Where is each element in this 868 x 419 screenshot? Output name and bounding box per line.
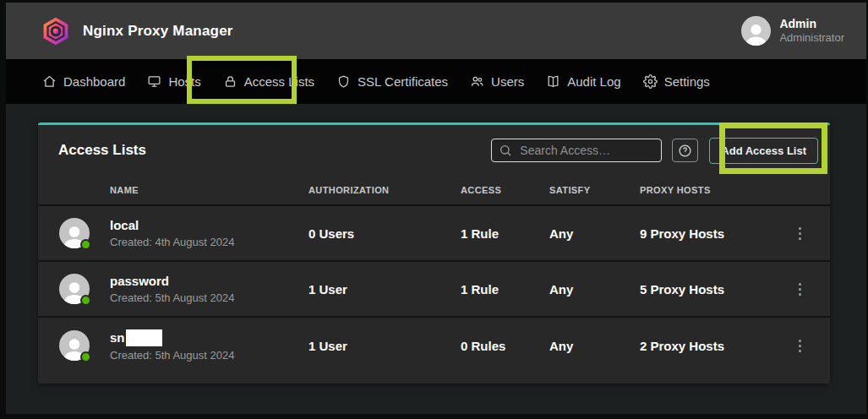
shield-icon	[336, 74, 351, 89]
users-icon	[470, 74, 484, 89]
created-date: Created: 5th August 2024	[110, 349, 308, 362]
nav-item-ssl-certificates[interactable]: SSL Certificates	[336, 74, 448, 89]
access-cell: 0 Rules	[461, 339, 549, 353]
proxy-hosts-cell: 9 Proxy Hosts	[640, 226, 789, 241]
user-menu[interactable]: Admin Administrator	[741, 16, 844, 46]
nav-item-hosts[interactable]: Hosts	[147, 74, 200, 89]
table-row[interactable]: sn Created: 5th August 2024 1 User 0 Rul…	[38, 318, 830, 373]
access-list-name: local	[110, 218, 308, 233]
user-avatar	[741, 16, 771, 46]
screen: Nginx Proxy Manager Admin Administrator …	[0, 0, 868, 419]
nav-item-audit-log[interactable]: Audit Log	[546, 74, 620, 89]
satisfy-cell: Any	[549, 226, 640, 241]
row-actions-menu-icon[interactable]	[789, 334, 810, 357]
authorization-cell: 0 Users	[308, 226, 461, 241]
panel-header: Access Lists Add Access List	[38, 125, 830, 176]
nav-item-settings[interactable]: Settings	[643, 74, 710, 89]
nav-label: Hosts	[168, 74, 200, 89]
home-icon	[42, 74, 57, 89]
nav-label: SSL Certificates	[358, 74, 448, 89]
authorization-cell: 1 User	[308, 339, 461, 353]
app-header: Nginx Proxy Manager Admin Administrator	[6, 3, 866, 59]
table-row[interactable]: password Created: 5th August 2024 1 User…	[38, 262, 830, 318]
app-window: Nginx Proxy Manager Admin Administrator …	[6, 3, 866, 414]
app-logo-icon	[41, 16, 71, 46]
nav-label: Settings	[664, 74, 710, 89]
online-status-dot	[80, 351, 91, 362]
help-icon	[678, 144, 692, 158]
nav-label: Users	[491, 74, 524, 89]
access-list-name: sn	[110, 330, 125, 346]
satisfy-cell: Any	[549, 282, 640, 297]
search-input[interactable]	[491, 139, 662, 162]
add-access-list-button[interactable]: Add Access List	[709, 138, 818, 164]
nav-item-dashboard[interactable]: Dashboard	[42, 74, 125, 89]
satisfy-cell: Any	[549, 339, 640, 353]
nav-label: Access Lists	[244, 74, 314, 89]
page-content: Access Lists Add Access List NAME AUTHOR…	[6, 104, 866, 384]
user-name: Admin	[779, 17, 844, 32]
column-header-access: ACCESS	[461, 185, 549, 195]
nav-item-access-lists[interactable]: Access Lists	[223, 74, 314, 89]
table-header: NAME AUTHORIZATION ACCESS SATISFY PROXY …	[38, 176, 830, 206]
column-header-name: NAME	[110, 185, 308, 195]
online-status-dot	[80, 295, 91, 306]
lock-icon	[223, 74, 237, 89]
proxy-hosts-cell: 5 Proxy Hosts	[640, 282, 789, 297]
nav-label: Audit Log	[567, 74, 620, 89]
nav-item-users[interactable]: Users	[470, 74, 524, 89]
avatar	[59, 274, 90, 304]
monitor-icon	[147, 74, 161, 89]
page-title: Access Lists	[58, 142, 146, 159]
row-actions-menu-icon[interactable]	[789, 221, 810, 245]
search-box	[491, 139, 662, 162]
search-icon	[499, 144, 512, 157]
main-nav: Dashboard Hosts Access Lists SSL Certifi…	[6, 59, 866, 104]
user-role: Administrator	[779, 31, 844, 45]
column-header-proxy-hosts: PROXY HOSTS	[640, 185, 789, 195]
created-date: Created: 5th August 2024	[110, 291, 308, 304]
help-button[interactable]	[672, 139, 698, 162]
proxy-hosts-cell: 2 Proxy Hosts	[640, 339, 789, 353]
avatar	[59, 218, 90, 248]
column-header-satisfy: SATISFY	[549, 185, 640, 195]
app-title: Nginx Proxy Manager	[83, 23, 233, 40]
created-date: Created: 4th August 2024	[110, 236, 308, 248]
row-actions-menu-icon[interactable]	[789, 277, 810, 301]
access-cell: 1 Rule	[461, 282, 549, 297]
table-row[interactable]: local Created: 4th August 2024 0 Users 1…	[38, 206, 830, 262]
access-list-name: password	[110, 274, 308, 289]
nav-label: Dashboard	[63, 74, 125, 89]
access-lists-panel: Access Lists Add Access List NAME AUTHOR…	[38, 122, 830, 384]
authorization-cell: 1 User	[308, 282, 461, 297]
online-status-dot	[80, 239, 91, 250]
book-icon	[546, 74, 560, 89]
redaction-box	[126, 329, 162, 346]
access-cell: 1 Rule	[461, 226, 549, 241]
column-header-authorization: AUTHORIZATION	[308, 185, 461, 195]
avatar	[59, 330, 90, 361]
gear-icon	[643, 74, 658, 89]
